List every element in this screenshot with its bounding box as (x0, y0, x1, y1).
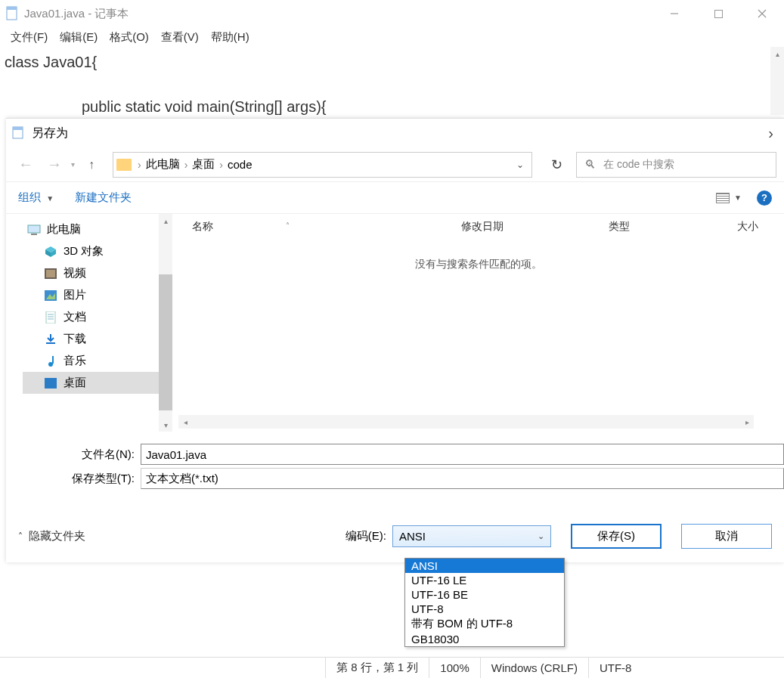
svg-rect-13 (46, 270, 55, 277)
new-folder-button[interactable]: 新建文件夹 (75, 190, 132, 205)
content-hscrollbar[interactable]: ◂ ▸ (178, 415, 754, 429)
breadcrumb-code[interactable]: code (225, 158, 256, 171)
refresh-button[interactable]: ↻ (541, 152, 572, 178)
column-size[interactable]: 大小 (728, 220, 767, 234)
saveas-bottom: ˄隐藏文件夹 编码(E): ANSI ⌄ 保存(S) 取消 (6, 494, 784, 562)
encoding-option[interactable]: GB18030 (405, 632, 564, 646)
document-icon (44, 311, 57, 324)
help-button[interactable]: ? (757, 190, 772, 206)
chevron-down-icon: ⌄ (538, 531, 544, 541)
maximize-button[interactable] (696, 0, 740, 27)
save-as-dialog: 另存为 › ← → ▾ ↑ › 此电脑 › 桌面 › code ⌄ ↻ 🔍︎ 在… (6, 118, 784, 562)
saveas-toolbar: 组织 ▼ 新建文件夹 ▼ ? (6, 182, 784, 214)
encoding-option[interactable]: 带有 BOM 的 UTF-8 (405, 616, 564, 632)
code-line: class Java01{ (5, 51, 779, 73)
chevron-up-icon: ˄ (18, 531, 23, 542)
tree-item-music[interactable]: 音乐 (23, 350, 172, 372)
window-controls (652, 0, 784, 27)
download-icon (44, 333, 57, 345)
encoding-option[interactable]: UTF-16 LE (405, 573, 564, 587)
notepad-statusbar: 第 8 行，第 1 列 100% Windows (CRLF) UTF-8 (0, 657, 784, 678)
tree-root-this-pc[interactable]: 此电脑 (23, 218, 172, 240)
save-fields: 文件名(N): Java01.java 保存类型(T): 文本文档(*.txt) (6, 432, 784, 494)
hide-folders-toggle[interactable]: ˄隐藏文件夹 (18, 529, 85, 543)
scroll-thumb[interactable] (159, 274, 172, 410)
svg-rect-7 (28, 225, 40, 233)
encoding-option[interactable]: ANSI (405, 559, 564, 573)
column-date[interactable]: 修改日期 (452, 220, 600, 234)
encoding-option[interactable]: UTF-16 BE (405, 587, 564, 602)
up-button[interactable]: ↑ (79, 158, 104, 172)
saveas-navbar: ← → ▾ ↑ › 此电脑 › 桌面 › code ⌄ ↻ 🔍︎ 在 code … (6, 147, 784, 182)
cancel-button[interactable]: 取消 (681, 524, 772, 549)
column-headers: 名称˄ 修改日期 类型 大小 (172, 214, 784, 240)
tree-scrollbar[interactable]: ▴ ▾ (159, 214, 172, 432)
history-dropdown-icon[interactable]: ▾ (71, 160, 75, 169)
notepad-icon (6, 6, 18, 21)
column-type[interactable]: 类型 (600, 220, 728, 234)
saveas-titlebar: 另存为 › (6, 119, 784, 147)
menu-file[interactable]: 文件(F) (5, 29, 54, 46)
scroll-right-icon[interactable]: ▸ (740, 415, 754, 429)
organize-button[interactable]: 组织 ▼ (18, 190, 54, 205)
menu-edit[interactable]: 编辑(E) (54, 29, 104, 46)
back-button[interactable]: ← (14, 156, 38, 173)
chevron-right-icon: › (218, 159, 225, 171)
scroll-up-icon[interactable]: ▴ (159, 214, 172, 228)
status-zoom: 100% (429, 658, 479, 678)
encoding-select[interactable]: ANSI ⌄ (392, 525, 551, 547)
code-line: public static void main(String[] args){ (5, 96, 779, 118)
close-button[interactable] (740, 0, 784, 27)
encoding-label: 编码(E): (346, 529, 386, 543)
tree-item-3d[interactable]: 3D 对象 (23, 240, 172, 262)
chevron-right-icon[interactable]: › (768, 125, 778, 142)
savetype-select[interactable]: 文本文档(*.txt) (141, 468, 784, 489)
scroll-up-icon[interactable]: ▴ (770, 47, 784, 60)
folder-icon (116, 159, 132, 171)
filename-input[interactable]: Java01.java (141, 444, 784, 465)
notepad-menubar: 文件(F) 编辑(E) 格式(O) 查看(V) 帮助(H) (0, 27, 784, 47)
picture-icon (44, 289, 57, 302)
status-encoding: UTF-8 (588, 658, 643, 678)
encoding-option[interactable]: UTF-8 (405, 602, 564, 616)
scroll-left-icon[interactable]: ◂ (178, 415, 192, 429)
breadcrumb-desktop[interactable]: 桌面 (189, 157, 218, 172)
breadcrumb-this-pc[interactable]: 此电脑 (143, 157, 183, 172)
search-placeholder: 在 code 中搜索 (603, 158, 674, 172)
tree-item-pictures[interactable]: 图片 (23, 284, 172, 306)
chevron-down-icon[interactable]: ⌄ (516, 159, 524, 170)
search-input[interactable]: 🔍︎ 在 code 中搜索 (576, 152, 776, 178)
menu-format[interactable]: 格式(O) (104, 29, 155, 46)
menu-view[interactable]: 查看(V) (155, 29, 205, 46)
video-icon (44, 268, 57, 280)
chevron-right-icon: › (183, 159, 190, 171)
tree-item-documents[interactable]: 文档 (23, 306, 172, 328)
svg-rect-1 (7, 7, 17, 10)
notepad-icon (12, 126, 24, 140)
status-eol: Windows (CRLF) (480, 658, 588, 678)
status-position: 第 8 行，第 1 列 (325, 658, 429, 678)
minimize-button[interactable] (652, 0, 696, 27)
save-button[interactable]: 保存(S) (571, 524, 662, 549)
column-name[interactable]: 名称˄ (172, 220, 452, 234)
saveas-title: 另存为 (32, 125, 68, 141)
svg-rect-8 (31, 234, 37, 235)
svg-rect-22 (45, 378, 57, 389)
chevron-down-icon: ▼ (46, 194, 54, 203)
filename-label: 文件名(N): (6, 447, 141, 462)
desktop-icon (44, 377, 57, 389)
forward-button[interactable]: → (42, 156, 67, 173)
tree-item-video[interactable]: 视频 (23, 262, 172, 284)
chevron-right-icon: › (136, 159, 143, 171)
menu-help[interactable]: 帮助(H) (205, 29, 256, 46)
view-options-button[interactable]: ▼ (716, 193, 742, 203)
notepad-textarea[interactable]: class Java01{ public static void main(St… (0, 47, 784, 122)
tree-item-desktop[interactable]: 桌面 (23, 372, 172, 394)
scroll-down-icon[interactable]: ▾ (159, 418, 172, 432)
address-bar[interactable]: › 此电脑 › 桌面 › code ⌄ (113, 152, 532, 178)
savetype-label: 保存类型(T): (6, 472, 141, 486)
nav-tree: 此电脑 3D 对象 视频 图片 文档 下载 音乐 桌面 ▴ ▾ (6, 214, 172, 432)
tree-item-downloads[interactable]: 下载 (23, 328, 172, 350)
notepad-vscrollbar[interactable]: ▴ (770, 47, 784, 115)
search-icon: 🔍︎ (584, 158, 596, 171)
